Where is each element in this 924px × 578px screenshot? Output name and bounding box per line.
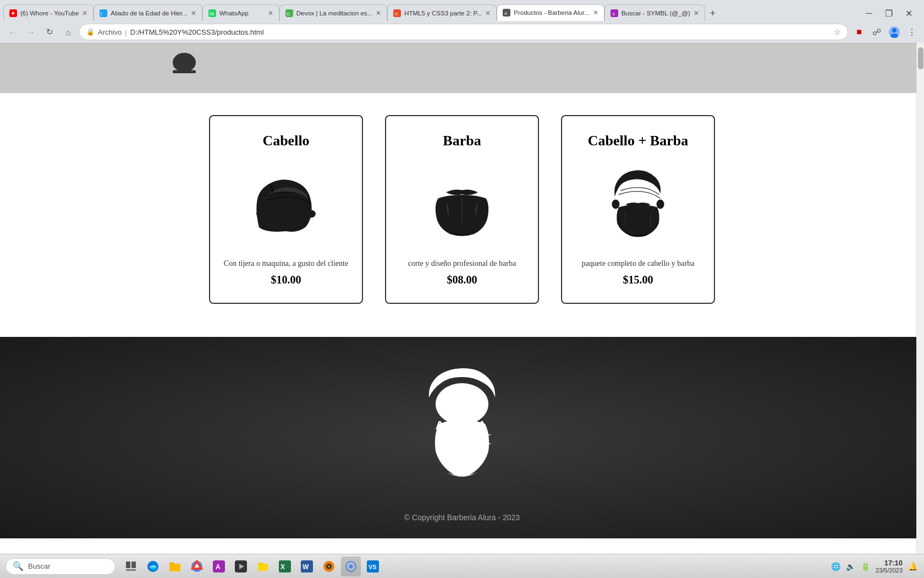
product-price-barba: $08.00 xyxy=(447,274,477,286)
close-button[interactable]: ✕ xyxy=(901,6,916,21)
lock-icon: 🔒 xyxy=(86,28,95,36)
tab-twitter[interactable]: t Aliado de la Edad de Hier... ✕ xyxy=(94,4,202,21)
product-price-cabello: $10.00 xyxy=(271,274,301,286)
puzzle-icon[interactable]: ☍ xyxy=(869,24,884,40)
svg-point-15 xyxy=(892,28,897,32)
site-header xyxy=(0,43,924,93)
tab-whatsapp-close[interactable]: ✕ xyxy=(268,9,273,17)
twitter-favicon: t xyxy=(100,9,107,17)
tab-symbl[interactable]: S Buscar - SYMBL (@_@) ✕ xyxy=(604,4,705,21)
product-icon-cabello xyxy=(248,160,324,248)
products-section: Cabello Co xyxy=(0,93,924,337)
hair-beard-icon xyxy=(600,160,676,248)
svg-text:W: W xyxy=(210,11,215,17)
youtube-favicon xyxy=(9,9,17,17)
reload-button[interactable]: ↻ xyxy=(42,24,57,40)
footer-logo-area: ALURA ESTD 2020 xyxy=(413,364,512,491)
symbl-favicon: S xyxy=(610,9,618,17)
footer-copyright: © Copyright Barberia Alura - 2023 xyxy=(404,513,520,522)
tab-productos-close[interactable]: ✕ xyxy=(593,9,598,17)
tab-twitter-close[interactable]: ✕ xyxy=(191,9,196,17)
svg-point-17 xyxy=(173,53,196,72)
beard-icon xyxy=(426,163,498,246)
html5-favicon: H xyxy=(393,9,401,17)
svg-point-23 xyxy=(657,200,664,209)
product-desc-cabello-barba: paquete completo de cabello y barba xyxy=(582,259,695,268)
product-title-barba: Barba xyxy=(443,133,481,149)
svg-point-19 xyxy=(306,210,316,218)
back-button[interactable]: ← xyxy=(4,24,20,40)
tab-whatsapp[interactable]: W WhatsApp ✕ xyxy=(202,4,279,21)
tab-bar: (6) Whore - YouTube ✕ t Aliado de la Eda… xyxy=(0,0,924,21)
productos-favicon: A xyxy=(503,9,510,17)
svg-text:A: A xyxy=(504,11,508,16)
address-bar-row: ← → ↻ ⌂ 🔒 Archivo | D:/HTML5%20Y%20CSS3/… xyxy=(0,21,924,43)
product-icon-barba xyxy=(424,160,501,248)
profile-button[interactable] xyxy=(887,24,902,40)
page-content: Cabello Co xyxy=(0,43,924,538)
header-logo-partial xyxy=(165,49,204,88)
product-title-cabello-barba: Cabello + Barba xyxy=(588,133,688,149)
home-button[interactable]: ⌂ xyxy=(61,24,76,40)
product-card-cabello-barba: Cabello + Barba xyxy=(561,115,715,304)
whatsapp-favicon: W xyxy=(208,9,216,17)
window-controls: ─ ❐ ✕ xyxy=(861,6,921,21)
svg-text:D: D xyxy=(287,12,290,17)
devox-favicon: D xyxy=(285,9,293,17)
tab-html5-close[interactable]: ✕ xyxy=(485,9,491,17)
product-card-barba: Barba corte y diseño xyxy=(385,115,539,304)
address-icons: ☆ xyxy=(834,28,841,36)
protocol-label: Archivo xyxy=(98,28,122,36)
product-desc-barba: corte y diseño profesional de barba xyxy=(408,259,516,268)
extensions-button[interactable]: ■ xyxy=(851,24,867,40)
address-separator: | xyxy=(125,28,127,36)
scrollbar-track[interactable] xyxy=(916,43,924,538)
tab-devox[interactable]: D Devox | La meditacion es... ✕ xyxy=(279,4,388,21)
tab-html5-label: HTML5 y CSS3 parte 2: P... xyxy=(404,10,482,17)
product-price-cabello-barba: $15.00 xyxy=(623,274,653,286)
bookmark-icon[interactable]: ☆ xyxy=(834,28,841,36)
svg-rect-18 xyxy=(173,70,196,74)
svg-text:S: S xyxy=(612,12,615,17)
hair-icon xyxy=(248,166,324,243)
tab-html5[interactable]: H HTML5 y CSS3 parte 2: P... ✕ xyxy=(387,4,497,21)
restore-button[interactable]: ❐ xyxy=(881,6,897,21)
tab-devox-close[interactable]: ✕ xyxy=(376,9,381,17)
tab-productos[interactable]: A Productos - Barberia Alur... ✕ xyxy=(497,4,604,21)
scrollbar-thumb[interactable] xyxy=(918,47,923,69)
svg-point-22 xyxy=(612,200,619,209)
tab-whatsapp-label: WhatsApp xyxy=(219,10,265,17)
svg-text:H: H xyxy=(395,12,398,16)
forward-button[interactable]: → xyxy=(23,24,38,40)
tab-devox-label: Devox | La meditacion es... xyxy=(296,10,373,17)
tab-symbl-close[interactable]: ✕ xyxy=(694,9,699,17)
footer-logo: ALURA ESTD 2020 xyxy=(413,364,512,491)
product-card-cabello: Cabello Co xyxy=(209,115,363,304)
product-desc-cabello: Con tijera o maquina, a gusto del client… xyxy=(224,259,348,268)
product-title-cabello: Cabello xyxy=(262,133,309,149)
tab-youtube[interactable]: (6) Whore - YouTube ✕ xyxy=(3,4,94,21)
product-icon-cabello-barba xyxy=(600,160,676,248)
tab-youtube-close[interactable]: ✕ xyxy=(82,9,87,17)
tab-twitter-label: Aliado de la Edad de Hier... xyxy=(111,10,187,17)
browser-chrome: (6) Whore - YouTube ✕ t Aliado de la Eda… xyxy=(0,0,924,43)
tab-symbl-label: Buscar - SYMBL (@_@) xyxy=(622,10,690,17)
address-bar[interactable]: 🔒 Archivo | D:/HTML5%20Y%20CSS3/producto… xyxy=(79,24,848,40)
minimize-button[interactable]: ─ xyxy=(861,6,877,21)
new-tab-button[interactable]: + xyxy=(705,6,721,21)
menu-button[interactable]: ⋮ xyxy=(904,24,920,40)
tab-youtube-label: (6) Whore - YouTube xyxy=(20,10,79,17)
address-text: D:/HTML5%20Y%20CSS3/productos.html xyxy=(130,28,831,36)
site-footer: ALURA ESTD 2020 © Copyright Barberia Alu… xyxy=(0,337,924,538)
tab-productos-label: Productos - Barberia Alur... xyxy=(514,9,589,16)
svg-point-16 xyxy=(890,34,898,38)
toolbar-right: ■ ☍ ⋮ xyxy=(851,24,920,40)
svg-point-20 xyxy=(256,210,266,218)
